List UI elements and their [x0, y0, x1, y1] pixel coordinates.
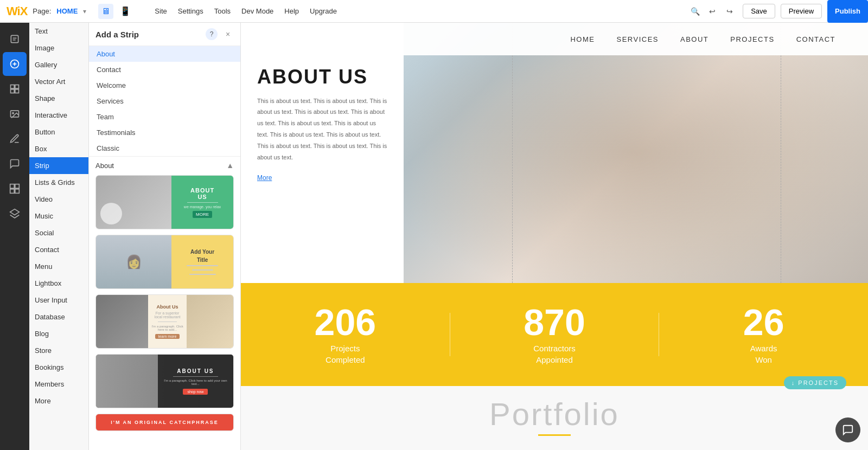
portfolio-title: Portfolio: [489, 396, 620, 432]
add-panel-database[interactable]: Database: [29, 308, 88, 325]
sidebar-media-icon[interactable]: [3, 102, 27, 126]
subcat-services[interactable]: Services: [89, 93, 240, 109]
main-area: Text Image Gallery Vector Art Shape Inte…: [0, 23, 868, 450]
stat-label-3: AwardsWon: [750, 343, 777, 365]
strip-card-5[interactable]: I'M AN ORIGINAL CATCHPHRASE: [95, 414, 234, 431]
add-panel-box[interactable]: Box: [29, 140, 88, 157]
subcat-team[interactable]: Team: [89, 109, 240, 125]
about-body: This is about us text. This is about us …: [257, 95, 387, 163]
zoom-out-icon[interactable]: 🔍: [687, 4, 703, 19]
add-panel-store[interactable]: Store: [29, 342, 88, 359]
preview-button[interactable]: Preview: [781, 4, 822, 18]
strip4-body: I'm a paragraph. Click here to add your …: [158, 379, 233, 385]
about-section: ABOUT US This is about us text. This is …: [241, 23, 868, 283]
strip-card-1[interactable]: ABOUTUS we manage. you relax MORE: [95, 175, 234, 229]
add-panel-gallery[interactable]: Gallery: [29, 56, 88, 73]
sidebar-pages-icon[interactable]: [3, 27, 27, 51]
topbar-nav: Site Settings Tools Dev Mode Help Upgrad…: [155, 7, 337, 15]
left-sidebar-icons: [0, 23, 29, 450]
nav-devmode[interactable]: Dev Mode: [241, 7, 273, 15]
stat-number-1: 206: [315, 304, 376, 340]
add-panel-blog[interactable]: Blog: [29, 325, 88, 342]
page-home[interactable]: HOME: [56, 7, 78, 15]
sidebar-chat-icon[interactable]: [3, 152, 27, 176]
nav-site[interactable]: Site: [155, 7, 167, 15]
add-panel-bookings[interactable]: Bookings: [29, 359, 88, 376]
add-panel-menu[interactable]: Menu: [29, 258, 88, 275]
close-icon[interactable]: ×: [222, 28, 234, 40]
strip4-title: ABOUT US: [177, 368, 214, 374]
add-panel-interactive[interactable]: Interactive: [29, 107, 88, 124]
subcat-about[interactable]: About: [89, 46, 240, 62]
about-heading: ABOUT US: [257, 66, 387, 88]
stat-label-2: ContractorsAppointed: [533, 343, 576, 365]
projects-btn-text: ↓ PROJECTS: [792, 380, 839, 386]
strip-card-4[interactable]: ABOUT US I'm a paragraph. Click here to …: [95, 354, 234, 408]
nav-contact[interactable]: CONTACT: [796, 35, 835, 43]
publish-button[interactable]: Publish: [827, 0, 868, 23]
chevron-down-icon[interactable]: ▾: [83, 8, 86, 15]
subcat-welcome[interactable]: Welcome: [89, 78, 240, 93]
subcat-contact[interactable]: Contact: [89, 62, 240, 78]
strip3-btn: learn more: [155, 334, 180, 339]
device-icons: 🖥 📱: [98, 4, 133, 19]
stat-number-2: 870: [524, 304, 585, 340]
nav-services[interactable]: SERVICES: [616, 35, 659, 43]
strip3-title: About Us: [157, 304, 178, 310]
stat-item-3: 26 AwardsWon: [659, 304, 868, 365]
add-panel-shape[interactable]: Shape: [29, 90, 88, 107]
chat-bubble-icon: [842, 424, 854, 436]
chat-bubble[interactable]: [835, 417, 860, 442]
more-link[interactable]: More: [257, 174, 387, 182]
subcat-classic[interactable]: Classic: [89, 140, 240, 156]
add-panel-strip[interactable]: Strip: [29, 157, 88, 174]
strip3-body: For a superior local restaurant: [151, 311, 183, 319]
collapse-icon[interactable]: ▲: [226, 161, 234, 170]
nav-help[interactable]: Help: [284, 7, 299, 15]
add-panel-image[interactable]: Image: [29, 40, 88, 56]
add-panel-contact[interactable]: Contact: [29, 241, 88, 258]
svg-marker-16: [10, 209, 20, 215]
svg-rect-7: [15, 85, 19, 89]
strip-panel-title: Add a Strip: [95, 30, 139, 39]
svg-rect-15: [15, 189, 20, 194]
strip-panel: Add a Strip ? × About Contact Welcome Se…: [89, 23, 241, 450]
strip2-title2: Title: [197, 257, 208, 263]
hands-overlay: [404, 23, 868, 283]
nav-home[interactable]: HOME: [570, 35, 595, 43]
sidebar-draw-icon[interactable]: [3, 127, 27, 151]
stat-item-1: 206 ProjectsCompleted: [241, 304, 450, 365]
strip-card-2[interactable]: 👩 Add Your Title: [95, 235, 234, 289]
strip-card-3[interactable]: About Us For a superior local restaurant…: [95, 294, 234, 349]
nav-tools[interactable]: Tools: [214, 7, 231, 15]
save-button[interactable]: Save: [743, 4, 775, 18]
undo-icon[interactable]: ↩: [705, 4, 720, 19]
redo-icon[interactable]: ↪: [722, 4, 737, 19]
add-panel-vectorart[interactable]: Vector Art: [29, 73, 88, 90]
add-panel-more[interactable]: More: [29, 393, 88, 409]
add-panel-lists[interactable]: Lists & Grids: [29, 174, 88, 191]
nav-about[interactable]: ABOUT: [680, 35, 709, 43]
add-panel-lightbox[interactable]: Lightbox: [29, 275, 88, 292]
sidebar-add-icon[interactable]: [3, 52, 27, 76]
nav-projects[interactable]: PROJECTS: [730, 35, 774, 43]
add-panel-members[interactable]: Members: [29, 376, 88, 393]
help-icon[interactable]: ?: [206, 28, 218, 40]
add-panel-video[interactable]: Video: [29, 191, 88, 208]
desktop-icon[interactable]: 🖥: [98, 4, 113, 19]
nav-settings[interactable]: Settings: [178, 7, 203, 15]
mobile-icon[interactable]: 📱: [118, 4, 133, 19]
sidebar-elements-icon[interactable]: [3, 77, 27, 101]
add-panel-social[interactable]: Social: [29, 224, 88, 241]
add-panel-text[interactable]: Text: [29, 23, 88, 40]
sidebar-apps-icon[interactable]: [3, 177, 27, 201]
sidebar-layers-icon[interactable]: [3, 202, 27, 226]
add-panel-music[interactable]: Music: [29, 208, 88, 224]
subcat-testimonials[interactable]: Testimonials: [89, 125, 240, 140]
projects-button[interactable]: ↓ PROJECTS: [784, 376, 846, 389]
nav-upgrade[interactable]: Upgrade: [310, 7, 337, 15]
add-panel-button[interactable]: Button: [29, 124, 88, 140]
add-panel-userinput[interactable]: User Input: [29, 292, 88, 308]
undo-redo: 🔍 ↩ ↪: [687, 4, 737, 19]
page-label: Page:: [33, 7, 51, 15]
